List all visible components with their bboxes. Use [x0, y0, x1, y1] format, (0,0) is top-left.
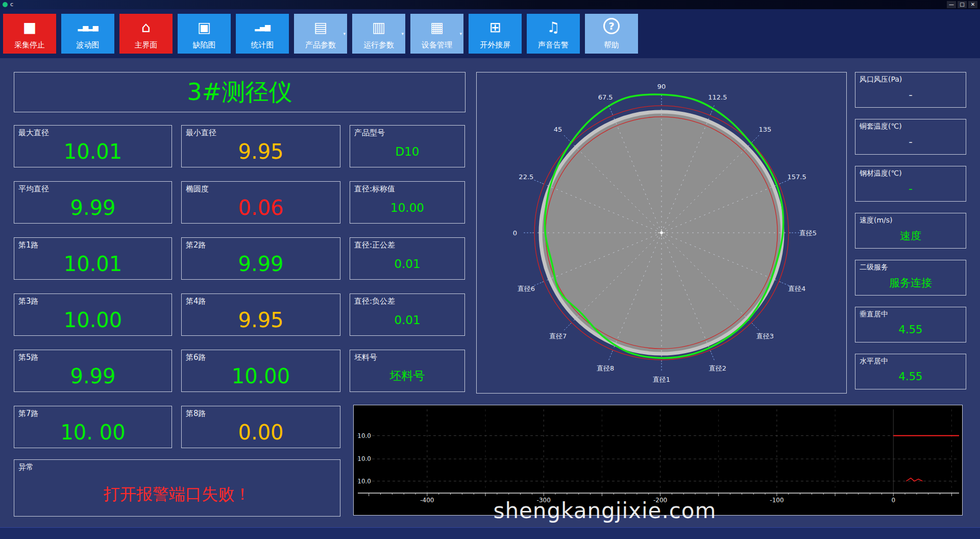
toolbar-button-label: 产品参数 — [294, 40, 347, 50]
svg-text:45: 45 — [554, 126, 562, 133]
window-title: c — [10, 0, 13, 9]
product-params-button[interactable]: ▤产品参数▾ — [294, 14, 347, 54]
toolbar-button-label: 声音告警 — [527, 40, 580, 50]
cell-value: 0.01 — [350, 248, 464, 279]
cell-value: 0.06 — [182, 192, 340, 223]
cell-value: 10.00 — [182, 360, 340, 391]
window-controls: — □ ✕ — [947, 1, 977, 8]
device-manage-button[interactable]: ▦设备管理▾ — [410, 14, 463, 54]
product-params-icon: ▤ — [294, 17, 347, 37]
svg-text:直径2: 直径2 — [709, 364, 726, 372]
defect-grid-icon: ▣ — [178, 17, 231, 37]
svg-text:22.5: 22.5 — [519, 173, 533, 181]
minimize-button[interactable]: — — [947, 1, 956, 8]
svg-text:直径7: 直径7 — [549, 332, 567, 340]
measure-cell-path-7: 第7路10. 00 — [14, 406, 172, 448]
side-panel-value: 服务连接 — [855, 271, 966, 295]
svg-text:10.0: 10.0 — [357, 455, 371, 462]
defect-chart-button[interactable]: ▣缺陷图 — [178, 14, 231, 54]
stats-chart-button[interactable]: ▂▄▆统计图 — [236, 14, 289, 54]
measure-cell-min-diameter: 最小直径9.95 — [181, 125, 340, 167]
side-panel-value: 4.55 — [855, 364, 966, 389]
app-window: c — □ ✕ ■采集停止▂▅▂▅波动图⌂主界面▣缺陷图▂▄▆统计图▤产品参数▾… — [0, 0, 980, 539]
gauge-title-panel: 3#测径仪 — [14, 72, 465, 112]
side-panel-vertical-centering: 垂直居中4.55 — [855, 307, 966, 342]
svg-text:10.0: 10.0 — [357, 478, 371, 485]
cell-value: 9.95 — [182, 304, 340, 335]
dropdown-arrow-icon[interactable]: ▾ — [343, 31, 346, 36]
external-screen-button[interactable]: ⊞开外接屏 — [469, 14, 522, 54]
measure-cell-diameter-plus-tolerance: 直径:正公差0.01 — [350, 237, 465, 280]
stop-capture-button[interactable]: ■采集停止 — [3, 14, 56, 54]
toolbar-button-label: 缺陷图 — [178, 40, 231, 50]
side-panel-copper-sleeve-temp: 铜套温度(℃)- — [855, 119, 966, 155]
cell-value: 坯料号 — [350, 360, 464, 391]
measure-cell-path-6: 第6路10.00 — [181, 350, 340, 392]
close-button[interactable]: ✕ — [968, 1, 977, 8]
cell-value: 10. 00 — [14, 416, 172, 448]
svg-text:直径4: 直径4 — [788, 285, 805, 292]
measure-cell-path-4: 第4路9.95 — [181, 293, 340, 336]
cell-value: 10.00 — [14, 304, 172, 335]
run-params-icon: ▥ — [352, 17, 405, 37]
measure-cell-path-5: 第5路9.99 — [14, 350, 172, 392]
alarm-panel: 异常 打开报警端口失败！ — [14, 459, 340, 517]
measure-cell-path-8: 第8路0.00 — [181, 406, 340, 448]
app-icon — [3, 2, 8, 7]
svg-text:0: 0 — [891, 497, 895, 504]
side-panel-value: - — [855, 177, 966, 201]
maximize-button[interactable]: □ — [958, 1, 967, 8]
side-panel-value: 4.55 — [855, 317, 966, 342]
side-panel-value: 速度 — [855, 224, 966, 248]
cell-value: 9.99 — [14, 192, 172, 223]
run-params-button[interactable]: ▥运行参数▾ — [352, 14, 405, 54]
measurement-grid: 最大直径10.01最小直径9.95产品型号D10平均直径9.99椭圆度0.06直… — [14, 125, 465, 448]
cell-value: 9.95 — [182, 136, 340, 167]
dropdown-arrow-icon[interactable]: ▾ — [459, 31, 462, 36]
side-panel-horizontal-centering: 水平居中4.55 — [855, 354, 966, 389]
wave-chart-button[interactable]: ▂▅▂▅波动图 — [61, 14, 114, 54]
waveform-icon: ▂▅▂▅ — [61, 17, 114, 37]
svg-text:-100: -100 — [770, 497, 783, 504]
toolbar-button-label: 波动图 — [61, 40, 114, 50]
svg-text:直径8: 直径8 — [597, 364, 614, 372]
side-panel-value: - — [855, 83, 966, 107]
measure-cell-product-model: 产品型号D10 — [350, 125, 465, 167]
svg-text:直径6: 直径6 — [518, 285, 535, 292]
side-panel-secondary-service: 二级服务服务连接 — [855, 260, 966, 296]
toolbar-button-label: 采集停止 — [3, 40, 56, 50]
sound-alarm-button[interactable]: ♫声音告警 — [527, 14, 580, 54]
gauge-title: 3#测径仪 — [187, 78, 292, 106]
toolbar-button-label: 统计图 — [236, 40, 289, 50]
device-manage-icon: ▦ — [410, 17, 463, 37]
main-screen-button[interactable]: ⌂主界面 — [119, 14, 173, 54]
bar-chart-icon: ▂▄▆ — [236, 17, 289, 37]
cell-value: D10 — [350, 136, 464, 167]
measure-cell-billet-no: 坯料号坯料号 — [350, 350, 465, 392]
watermark: shengkangjixie.com — [480, 498, 730, 523]
side-panel-steel-temp: 钢材温度(℃)- — [855, 166, 966, 202]
svg-text:10.0: 10.0 — [357, 432, 371, 439]
svg-text:67.5: 67.5 — [598, 93, 613, 101]
side-panel-tuyere-pressure: 风口风压(Pa)- — [855, 72, 966, 108]
cell-value: 9.99 — [182, 248, 340, 279]
sidebar: 风口风压(Pa)-铜套温度(℃)-钢材温度(℃)-速度(m/s)速度二级服务服务… — [855, 72, 966, 401]
measure-cell-max-diameter: 最大直径10.01 — [14, 125, 172, 167]
measure-cell-avg-diameter: 平均直径9.99 — [14, 181, 172, 224]
svg-text:90: 90 — [657, 83, 666, 90]
titlebar: c — □ ✕ — [0, 0, 980, 9]
svg-text:135: 135 — [759, 126, 772, 133]
cell-value: 10.01 — [14, 248, 172, 279]
alarm-label: 异常 — [18, 462, 34, 472]
help-icon: ? — [603, 18, 620, 34]
measure-cell-path-2: 第2路9.99 — [181, 237, 340, 280]
measure-cell-ovality: 椭圆度0.06 — [181, 181, 340, 224]
side-panel-speed: 速度(m/s)速度 — [855, 213, 966, 249]
measure-cell-diameter-nominal: 直径:标称值10.00 — [350, 181, 465, 224]
toolbar-button-label: 开外接屏 — [469, 40, 522, 50]
external-screen-icon: ⊞ — [469, 17, 522, 37]
dropdown-arrow-icon[interactable]: ▾ — [401, 31, 404, 36]
svg-text:直径5: 直径5 — [799, 229, 817, 237]
help-button[interactable]: ?帮助 — [585, 14, 638, 54]
bottom-strip — [0, 527, 980, 539]
